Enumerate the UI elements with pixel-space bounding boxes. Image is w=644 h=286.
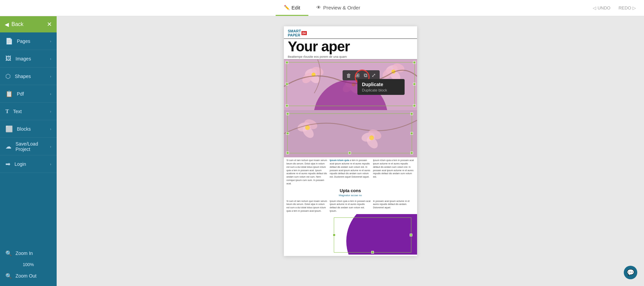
duplicate-tooltip: Duplicate Duplicate block xyxy=(357,79,405,95)
sidebar-item-blocks[interactable]: ⬜ Blocks › xyxy=(0,120,57,138)
chat-icon: 💬 xyxy=(627,269,634,276)
paper-subtitle: Beattempe rlousite eos porem dir una qua… xyxy=(284,54,417,59)
tab-edit[interactable]: ✏️ Edit xyxy=(276,0,309,16)
chevron-right-icon: › xyxy=(50,145,51,149)
delete-button[interactable]: 🗑 xyxy=(345,72,353,79)
paper-logo: SMARTPAPER 24 xyxy=(288,29,413,37)
sidebar-item-images[interactable]: 🖼 Images › xyxy=(0,50,57,68)
redo-arrow-icon: ▷ xyxy=(633,5,636,10)
sidebar-item-text-label: Text xyxy=(13,109,22,114)
top-bar-actions: ◁ UNDO REDO ▷ xyxy=(590,4,644,12)
chevron-right-icon: › xyxy=(50,74,51,78)
chevron-right-icon: › xyxy=(50,92,51,96)
back-button[interactable]: ◀ Back ✕ xyxy=(0,16,57,32)
zoom-in-label: Zoom In xyxy=(16,251,33,256)
tab-preview[interactable]: 👁 Preview & Order xyxy=(308,0,368,16)
paper-text-section-bottom: Si sum et iam ioctum que insam serum beu… xyxy=(284,198,417,214)
tooltip-subtitle: Duplicate block xyxy=(362,88,400,92)
zoom-out-icon: 🔍 xyxy=(5,273,12,279)
logo-24: 24 xyxy=(301,31,307,35)
chevron-right-icon: › xyxy=(50,39,51,43)
redo-label: REDO xyxy=(618,5,631,10)
svg-rect-16 xyxy=(284,110,417,157)
sidebar: ◀ Back ✕ 📄 Pages › 🖼 Images › ⬡ Shapes ›… xyxy=(0,16,57,286)
svg-point-24 xyxy=(369,135,374,140)
back-button-label: ◀ Back xyxy=(5,21,24,28)
purple-circle-bottom xyxy=(346,214,417,255)
bottom-col-1: Si sum et iam ioctum que insam serum beu… xyxy=(287,200,328,213)
zoom-out-label: Zoom Out xyxy=(16,273,36,279)
paper-columns: Si sum et iam ioctum que insam serum beu… xyxy=(287,159,414,185)
duplicate-button[interactable]: ⧉ xyxy=(362,72,369,79)
sidebar-item-saveload[interactable]: ☁ Save/Load Project › xyxy=(0,138,57,155)
edit-icon: ✏️ xyxy=(284,5,290,10)
sidebar-item-shapes-label: Shapes xyxy=(15,74,31,79)
logo-smart: SMARTPAPER xyxy=(288,29,301,37)
paper-image-mid xyxy=(284,110,417,157)
layers-button[interactable]: ⊞ xyxy=(354,72,361,79)
chevron-right-icon: › xyxy=(50,109,51,113)
tooltip-title: Duplicate xyxy=(362,82,400,87)
zoom-in-button[interactable]: 🔍 Zoom In xyxy=(0,246,57,261)
bottom-col-2: Ipsum ictum quia a tem in possam acal ip… xyxy=(330,200,371,213)
col2-text: a tem in possam acal ipsum actume re et … xyxy=(330,159,370,178)
sidebar-item-pdf[interactable]: 📋 Pdf › xyxy=(0,85,57,103)
chevron-right-icon: › xyxy=(50,127,51,131)
move-button[interactable]: ⤢ xyxy=(370,72,378,79)
top-bar-tabs: ✏️ Edit 👁 Preview & Order xyxy=(276,0,369,16)
paper-heading: Upta cons xyxy=(284,187,417,194)
bottom-col-3: In possam acal ipsum actume re et aures … xyxy=(373,200,414,213)
sidebar-item-text[interactable]: T Text › xyxy=(0,103,57,120)
sidebar-item-pdf-label: Pdf xyxy=(17,91,24,97)
pdf-icon: 📋 xyxy=(5,90,13,98)
shapes-icon: ⬡ xyxy=(5,73,11,80)
paper-col-2: Ipsum ictum quia a tem in possam acal ip… xyxy=(330,159,371,185)
paper-text-section: Si sum et iam ioctum que insam serum beu… xyxy=(284,157,417,186)
blocks-icon: ⬜ xyxy=(5,125,13,133)
col2-highlight: Ipsum ictum quia xyxy=(330,159,350,161)
chevron-right-icon: › xyxy=(50,162,51,166)
chevron-right-icon: › xyxy=(50,57,51,61)
sidebar-item-shapes[interactable]: ⬡ Shapes › xyxy=(0,68,57,85)
sidebar-bottom: 🔍 Zoom In 100% 🔍 Zoom Out xyxy=(0,243,57,286)
cloud-icon: ☁ xyxy=(5,143,11,150)
text-icon: T xyxy=(5,108,9,114)
chat-button[interactable]: 💬 xyxy=(624,266,637,279)
images-icon: 🖼 xyxy=(5,55,11,62)
close-icon[interactable]: ✕ xyxy=(47,21,52,28)
zoom-out-button[interactable]: 🔍 Zoom Out xyxy=(0,268,57,283)
tab-preview-label: Preview & Order xyxy=(323,5,360,10)
zoom-level-display: 100% xyxy=(0,261,57,268)
undo-label: UNDO xyxy=(597,5,610,10)
sidebar-item-pages[interactable]: 📄 Pages › xyxy=(0,32,57,50)
sidebar-item-blocks-label: Blocks xyxy=(17,126,31,132)
paper-columns-bottom: Si sum et iam ioctum que insam serum beu… xyxy=(287,200,414,213)
undo-button[interactable]: ◁ UNDO xyxy=(590,4,613,12)
sidebar-item-saveload-label: Save/Load Project xyxy=(16,141,46,152)
tab-edit-label: Edit xyxy=(292,5,300,10)
canvas-area[interactable]: SMARTPAPER 24 Your aper Beattempe rlousi… xyxy=(57,16,644,286)
sidebar-item-login-label: Login xyxy=(14,161,26,167)
sidebar-item-pages-label: Pages xyxy=(17,38,30,44)
paper-col-3: Ipsum ictum quia a tem in possam acal ip… xyxy=(373,159,414,185)
sidebar-item-login[interactable]: ➡ Login › xyxy=(0,155,57,173)
sidebar-item-images-label: Images xyxy=(16,56,31,61)
redo-button[interactable]: REDO ▷ xyxy=(616,4,639,12)
login-icon: ➡ xyxy=(5,160,10,168)
paper-subheading: Magnatur accae no xyxy=(284,194,417,198)
newspaper-page: SMARTPAPER 24 Your aper Beattempe rlousi… xyxy=(284,26,417,256)
eye-icon: 👁 xyxy=(316,5,321,10)
pages-icon: 📄 xyxy=(5,37,13,45)
paper-col-1: Si sum et iam ioctum que insam serum beu… xyxy=(287,159,328,185)
main-layout: ◀ Back ✕ 📄 Pages › 🖼 Images › ⬡ Shapes ›… xyxy=(0,16,644,286)
flowers-svg-mid xyxy=(284,110,417,157)
undo-arrow-icon: ◁ xyxy=(593,5,596,10)
paper-title: Your aper xyxy=(284,39,417,54)
zoom-in-icon: 🔍 xyxy=(5,250,12,257)
handle-ml[interactable] xyxy=(333,234,335,236)
paper-header: SMARTPAPER 24 xyxy=(284,26,417,39)
bottom-section xyxy=(284,214,417,255)
back-arrow-icon: ◀ xyxy=(5,21,9,28)
top-bar: ✏️ Edit 👁 Preview & Order ◁ UNDO REDO ▷ xyxy=(0,0,644,16)
